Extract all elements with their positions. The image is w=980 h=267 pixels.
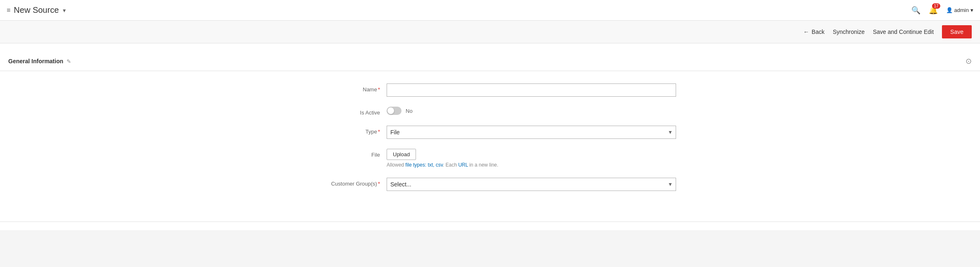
section-header[interactable]: General Information ✎ ⊙ (0, 52, 980, 71)
customer-groups-select[interactable]: Select... (387, 178, 676, 191)
admin-dropdown-icon: ▾ (970, 7, 973, 13)
name-field-wrapper (387, 83, 676, 97)
name-input[interactable] (387, 83, 676, 97)
toggle-switch[interactable] (387, 107, 402, 115)
notification-icon[interactable]: 🔔 17 (929, 6, 938, 15)
is-active-control: No (387, 107, 676, 115)
toggle-wrapper: No (387, 107, 676, 115)
collapse-icon[interactable]: ⊙ (966, 57, 972, 66)
main-content: General Information ✎ ⊙ Name* Is Active (0, 43, 980, 230)
page-title: New Source (14, 5, 59, 15)
is-active-label: Is Active (304, 107, 387, 116)
save-button[interactable]: Save (942, 25, 972, 38)
toggle-no-label: No (406, 108, 413, 114)
url-link[interactable]: URL (458, 162, 468, 168)
upload-button[interactable]: Upload (387, 149, 416, 160)
bottom-border (0, 222, 980, 222)
back-label: Back (812, 29, 825, 35)
hamburger-icon[interactable]: ≡ (7, 7, 10, 14)
name-row: Name* (304, 83, 676, 97)
customer-groups-label: Customer Group(s)* (304, 178, 387, 187)
file-row: File Upload Allowed file types: txt, csv… (304, 149, 676, 168)
back-arrow-icon: ← (803, 29, 809, 35)
type-required: * (378, 129, 380, 135)
customer-groups-row: Customer Group(s)* Select... ▼ (304, 178, 676, 191)
is-active-row: Is Active No (304, 107, 676, 116)
form-body: Name* Is Active No (0, 71, 980, 213)
type-select[interactable]: File URL Custom (387, 126, 676, 139)
action-bar: ← Back Synchronize Save and Continue Edi… (0, 21, 980, 43)
section-edit-icon[interactable]: ✎ (67, 58, 71, 64)
admin-name: admin (954, 7, 969, 13)
admin-menu[interactable]: 👤 admin ▾ (946, 7, 973, 13)
name-required: * (378, 86, 380, 93)
title-dropdown-icon[interactable]: ▾ (63, 7, 66, 14)
search-icon[interactable]: 🔍 (911, 6, 920, 15)
file-types-link[interactable]: file types: txt, csv (405, 162, 442, 168)
section-title: General Information (8, 58, 63, 64)
file-label: File (304, 149, 387, 158)
customer-groups-required: * (378, 181, 380, 187)
toggle-thumb (387, 107, 394, 114)
file-control: Upload Allowed file types: txt, csv. Eac… (387, 149, 676, 168)
back-button[interactable]: ← Back (803, 29, 825, 35)
top-nav: ≡ New Source ▾ 🔍 🔔 17 👤 admin ▾ (0, 0, 980, 21)
user-icon: 👤 (946, 7, 953, 13)
name-label: Name* (304, 83, 387, 93)
section-title-group: General Information ✎ (8, 58, 71, 64)
type-label: Type* (304, 126, 387, 135)
synchronize-button[interactable]: Synchronize (833, 29, 865, 35)
nav-left: ≡ New Source ▾ (7, 5, 66, 15)
file-hint: Allowed file types: txt, csv. Each URL i… (387, 162, 676, 168)
type-field-wrapper: File URL Custom ▼ (387, 126, 676, 139)
customer-groups-select-wrapper: Select... ▼ (387, 178, 676, 191)
type-select-wrapper: File URL Custom ▼ (387, 126, 676, 139)
type-row: Type* File URL Custom ▼ (304, 126, 676, 139)
nav-right: 🔍 🔔 17 👤 admin ▾ (911, 6, 973, 15)
customer-groups-field-wrapper: Select... ▼ (387, 178, 676, 191)
save-and-continue-button[interactable]: Save and Continue Edit (873, 29, 934, 35)
notification-badge: 17 (932, 3, 940, 9)
